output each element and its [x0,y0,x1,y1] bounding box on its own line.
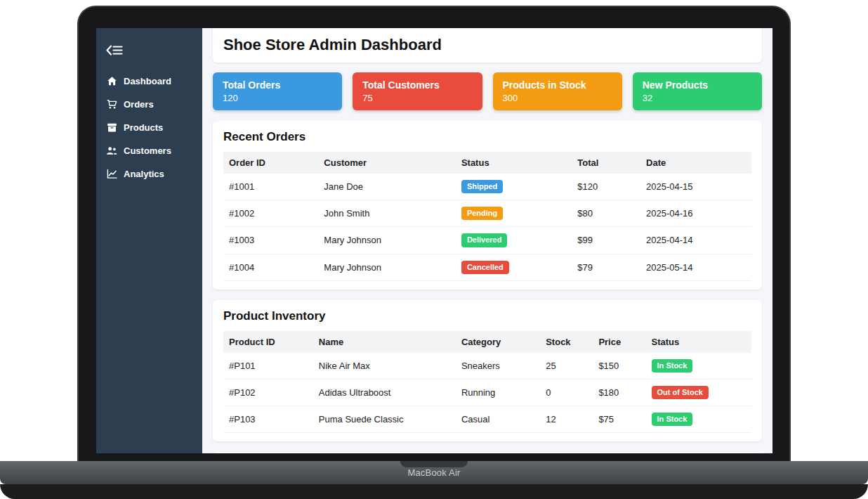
product-inventory-table: Product ID Name Category Stock Price Sta… [223,331,751,434]
order-id-cell: #1004 [223,254,318,280]
table-row: #1003 Mary Johnson Delivered $99 2025-04… [223,227,751,254]
stat-value: 32 [643,93,752,103]
status-cell: Pending [456,200,572,227]
laptop-bottom-edge [0,484,868,499]
stat-card-total-customers: Total Customers 75 [353,72,482,110]
column-header: Customer [318,152,456,174]
stat-label: Total Orders [223,79,332,91]
stat-label: Total Customers [362,79,472,91]
screen: Dashboard Orders Products Customers Anal [96,28,772,453]
status-badge: Shipped [461,180,503,193]
column-header: Date [640,152,751,174]
stat-value: 120 [223,93,332,103]
total-cell: $99 [572,227,640,254]
total-cell: $79 [572,254,640,280]
sidebar-item-orders[interactable]: Orders [96,93,202,116]
cart-icon [106,99,117,110]
sidebar-collapse-button[interactable] [96,39,202,70]
status-badge: Out of Stock [652,386,709,399]
column-header: Stock [540,331,593,353]
stat-value: 75 [362,93,472,103]
status-badge: Pending [461,207,503,220]
product-id-cell: #P102 [223,379,313,406]
stat-card-new-products: New Products 32 [633,72,762,110]
table-row: #P102 Adidas Ultraboost Running 0 $180 O… [223,379,751,406]
column-header: Status [456,152,572,174]
column-header: Total [572,152,640,174]
product-inventory-panel: Product Inventory Product ID Name Catego… [213,300,762,442]
chart-line-icon [106,169,117,179]
column-header: Product ID [223,331,313,353]
stat-card-products-in-stock: Products in Stock 300 [493,72,622,110]
device-label: MacBook Air [407,467,460,478]
sidebar: Dashboard Orders Products Customers Anal [96,28,202,453]
status-badge: In Stock [652,413,693,426]
sidebar-item-label: Customers [124,145,171,156]
date-cell: 2025-04-15 [640,174,751,200]
status-cell: Out of Stock [646,379,751,406]
status-badge: In Stock [652,359,693,372]
table-row: #P103 Puma Suede Classic Casual 12 $75 I… [223,406,751,433]
status-cell: In Stock [646,353,751,380]
sidebar-item-customers[interactable]: Customers [96,139,202,162]
recent-orders-title: Recent Orders [223,130,751,144]
laptop-base: MacBook Air [0,461,868,484]
table-row: #1001 Jane Doe Shipped $120 2025-04-15 [223,174,751,200]
category-cell: Casual [456,406,540,433]
column-header: Order ID [223,152,318,174]
status-cell: Delivered [456,227,572,254]
status-cell: In Stock [646,406,751,433]
product-inventory-title: Product Inventory [223,309,751,323]
product-id-cell: #P103 [223,406,313,433]
customer-cell: John Smith [318,200,456,227]
name-cell: Nike Air Max [313,353,456,380]
status-badge: Cancelled [461,261,509,274]
sidebar-item-dashboard[interactable]: Dashboard [96,70,202,93]
stat-label: Products in Stock [503,79,612,91]
stock-cell: 0 [540,379,593,406]
price-cell: $180 [593,379,645,406]
recent-orders-panel: Recent Orders Order ID Customer Status T… [213,121,762,290]
category-cell: Sneakers [456,353,540,380]
customer-cell: Mary Johnson [318,227,456,254]
order-id-cell: #1003 [223,227,318,254]
page-title: Shoe Store Admin Dashboard [223,36,751,54]
column-header: Status [646,331,751,353]
users-icon [106,145,117,156]
box-icon [106,122,117,133]
table-row: #1002 John Smith Pending $80 2025-04-16 [223,200,751,227]
sidebar-item-label: Products [124,122,163,133]
table-header-row: Order ID Customer Status Total Date [223,152,751,174]
stock-cell: 25 [540,353,593,380]
stat-card-total-orders: Total Orders 120 [213,72,342,110]
add-new-product-panel: Add New Product [213,452,762,453]
sidebar-item-analytics[interactable]: Analytics [96,162,202,186]
total-cell: $80 [572,200,640,227]
laptop-hinge-notch [400,461,468,467]
status-cell: Cancelled [456,254,572,280]
date-cell: 2025-04-16 [640,200,751,227]
stat-label: New Products [643,79,752,91]
date-cell: 2025-04-14 [640,227,751,254]
price-cell: $75 [593,406,645,433]
date-cell: 2025-05-14 [640,254,751,280]
main-content: Shoe Store Admin Dashboard Total Orders … [202,28,772,453]
sidebar-item-products[interactable]: Products [96,116,202,139]
recent-orders-table: Order ID Customer Status Total Date #100… [223,152,751,281]
stats-row: Total Orders 120 Total Customers 75 Prod… [213,72,762,110]
price-cell: $150 [593,353,645,380]
status-cell: Shipped [456,174,572,200]
sidebar-item-label: Orders [124,99,154,110]
stock-cell: 12 [540,406,593,433]
collapse-sidebar-icon [106,45,123,56]
page-header: Shoe Store Admin Dashboard [213,28,762,63]
status-badge: Delivered [461,233,508,247]
category-cell: Running [456,379,540,406]
column-header: Name [313,331,456,353]
stat-value: 300 [503,93,612,103]
product-id-cell: #P101 [223,353,313,380]
name-cell: Adidas Ultraboost [313,379,456,406]
order-id-cell: #1001 [223,174,318,200]
table-row: #1004 Mary Johnson Cancelled $79 2025-05… [223,254,751,280]
table-row: #P101 Nike Air Max Sneakers 25 $150 In S… [223,353,751,380]
